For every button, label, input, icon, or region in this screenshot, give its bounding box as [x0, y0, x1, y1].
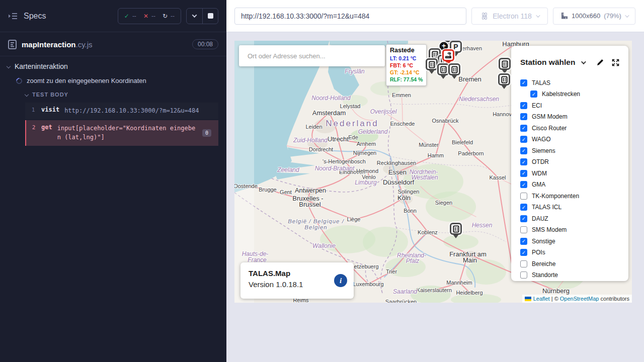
- tooltip-measurement: FBT: 6 °C: [390, 62, 423, 69]
- checkbox-checked-icon[interactable]: ✓: [520, 215, 527, 222]
- layer-label: TALAS: [532, 79, 550, 86]
- checkbox-checked-icon[interactable]: ✓: [520, 147, 527, 154]
- layer-checkbox-row[interactable]: ✓OTDR: [520, 158, 628, 166]
- layer-label: GSM Modem: [532, 113, 568, 120]
- layer-checkbox-row[interactable]: Standorte: [520, 272, 628, 279]
- layer-checkbox-row[interactable]: ✓TALAS: [520, 79, 628, 86]
- layer-checkbox-row[interactable]: ✓GSM Modem: [520, 113, 628, 121]
- info-icon[interactable]: i: [334, 274, 347, 287]
- checkbox-checked-icon[interactable]: ✓: [520, 249, 527, 256]
- refresh-icon: ↻: [163, 13, 168, 20]
- spec-duration-badge: 00:08: [192, 39, 218, 49]
- layer-checkbox-row[interactable]: Bereiche: [520, 260, 628, 267]
- layer-checkbox-row[interactable]: ✓ECI: [520, 102, 628, 109]
- app-name: TALAS.Map: [249, 269, 346, 278]
- layer-checkbox-row[interactable]: ✓DAUZ: [520, 215, 628, 222]
- suite-title: Karteninteraktion: [15, 62, 68, 70]
- layer-checkbox-row[interactable]: SMS Modem: [520, 226, 628, 234]
- layer-checkbox-row[interactable]: ✓GMA: [520, 181, 628, 189]
- command-row[interactable]: 2getinput[placeholder="Koordinaten einge…: [25, 120, 218, 146]
- url-input[interactable]: [234, 8, 466, 25]
- viewport-selector[interactable]: 1000x660 (79%): [553, 8, 635, 25]
- station-rack-marker[interactable]: [437, 63, 449, 75]
- specs-toggle-icon[interactable]: [8, 13, 18, 20]
- map-attribution: Leaflet | © OpenStreetMap contributors: [522, 295, 632, 303]
- layer-checkbox-row[interactable]: ✓Sonstige: [520, 237, 628, 245]
- command-row[interactable]: 1visithttp://192.168.10.33:3000/?m=12&u=…: [25, 103, 218, 119]
- checkbox-unchecked-icon[interactable]: [520, 272, 527, 279]
- spec-file-row[interactable]: mapInteraction.cy.js 00:08: [0, 32, 226, 56]
- layer-label: WAGO: [532, 136, 551, 143]
- station-rack-marker[interactable]: [448, 63, 460, 75]
- layer-label: DAUZ: [532, 215, 548, 222]
- station-rack-marker[interactable]: [498, 73, 510, 85]
- leaflet-map[interactable]: AmsterdamUtrechtAntwerpenBruxelles -Brus…: [234, 41, 632, 303]
- tooltip-title: Rastede: [390, 47, 423, 54]
- layer-checkbox-row[interactable]: ✓Kabelstrecken: [530, 90, 628, 98]
- collapse-button[interactable]: [187, 9, 202, 24]
- chevron-down-icon: [536, 13, 540, 17]
- layer-label: POIs: [532, 249, 545, 256]
- alarm-router-marker[interactable]: [442, 49, 454, 61]
- layer-checkbox-row[interactable]: ✓Cisco Router: [520, 124, 628, 132]
- checkbox-checked-icon[interactable]: ✓: [520, 238, 527, 245]
- layer-checkbox-row[interactable]: ✓POIs: [520, 249, 628, 256]
- aut-panel: Electron 118 1000x660 (79%): [226, 0, 644, 362]
- tooltip-measurement: RLF: 77.54 %: [390, 76, 423, 83]
- stat-passed: ✓--: [124, 13, 136, 20]
- layer-checkbox-row[interactable]: ✓Siemens: [520, 147, 628, 154]
- checkbox-checked-icon[interactable]: ✓: [520, 170, 527, 177]
- checkbox-checked-icon[interactable]: ✓: [520, 158, 527, 165]
- checkbox-checked-icon[interactable]: ✓: [520, 181, 527, 188]
- checkbox-checked-icon[interactable]: ✓: [520, 79, 527, 86]
- stop-icon: [208, 13, 213, 19]
- test-body-label: TEST BODY: [32, 92, 68, 98]
- command-message: input[placeholder="Koordinaten eingeben …: [57, 124, 198, 142]
- test-row[interactable]: zoomt zu den eingegebenen Koordinaten: [16, 77, 218, 84]
- test-body-header[interactable]: TEST BODY: [25, 92, 218, 98]
- x-icon: ✕: [143, 13, 148, 20]
- command-name: visit: [41, 106, 59, 116]
- layer-label: WDM: [532, 170, 547, 177]
- checkbox-checked-icon[interactable]: ✓: [520, 125, 527, 132]
- checkbox-checked-icon[interactable]: ✓: [520, 136, 527, 143]
- spec-file-icon: [8, 40, 17, 49]
- osm-link[interactable]: OpenStreetMap: [560, 296, 599, 302]
- command-name: get: [41, 124, 52, 142]
- layer-checkbox-row[interactable]: TK-Komponenten: [520, 192, 628, 200]
- chevron-down-icon: [192, 13, 197, 18]
- spec-extension: .cy.js: [76, 40, 93, 49]
- version-card: TALAS.Map Version 1.0.18.1 i: [240, 262, 354, 299]
- checkbox-checked-icon[interactable]: ✓: [520, 204, 527, 211]
- command-number: 1: [25, 106, 41, 116]
- checkbox-checked-icon[interactable]: ✓: [530, 90, 537, 98]
- layer-checkbox-row[interactable]: ✓WAGO: [520, 136, 628, 143]
- station-rack-marker[interactable]: [450, 223, 462, 235]
- suite-row[interactable]: Karteninteraktion: [7, 62, 218, 70]
- station-rack-marker[interactable]: [426, 58, 438, 70]
- chevron-down-icon[interactable]: [581, 59, 586, 64]
- checkbox-unchecked-icon[interactable]: [520, 226, 527, 233]
- layer-checkbox-row[interactable]: ✓WDM: [520, 169, 628, 177]
- aut-topbar: Electron 118 1000x660 (79%): [226, 0, 644, 32]
- checkbox-unchecked-icon[interactable]: [520, 193, 527, 200]
- leaflet-link[interactable]: Leaflet: [533, 296, 550, 302]
- checkbox-unchecked-icon[interactable]: [520, 260, 527, 267]
- ukraine-flag-icon: [525, 297, 531, 301]
- checkbox-checked-icon[interactable]: ✓: [520, 102, 527, 109]
- check-icon: ✓: [124, 13, 129, 20]
- stat-pending: ↻--: [163, 13, 175, 20]
- command-number: 2: [26, 124, 41, 142]
- layer-checkbox-row[interactable]: ✓TALAS ICL: [520, 204, 628, 211]
- checkbox-checked-icon[interactable]: ✓: [520, 113, 527, 120]
- running-spinner-icon: [15, 76, 24, 85]
- ruler-icon: [560, 12, 568, 20]
- search-input[interactable]: [239, 45, 385, 66]
- browser-selector[interactable]: Electron 118: [471, 8, 548, 25]
- edit-pencil-icon[interactable]: [596, 58, 604, 66]
- fullscreen-icon[interactable]: [612, 59, 619, 66]
- app-version: Version 1.0.18.1: [249, 280, 346, 289]
- stop-button[interactable]: [202, 9, 218, 24]
- station-rack-marker[interactable]: [499, 58, 511, 70]
- station-tooltip: Rastede LT: 0.21 °CFBT: 6 °CGT: -2.14 °C…: [386, 44, 427, 86]
